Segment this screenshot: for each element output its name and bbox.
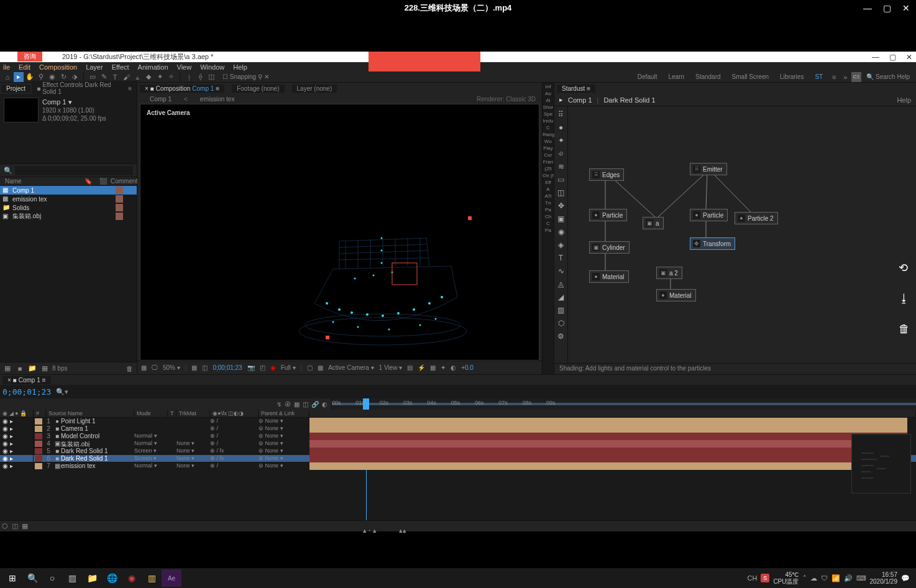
layer-trkmat[interactable]: None ▾ (176, 462, 210, 469)
layer-bar[interactable] (309, 455, 907, 462)
layer-mode[interactable]: Normal ▾ (134, 433, 168, 439)
ae-red-tab[interactable]: 咨询 (17, 52, 42, 62)
volume-tool-icon[interactable]: ▥ (556, 305, 567, 316)
collapsed-panel-rang[interactable]: Rang (543, 132, 554, 137)
notes-button[interactable]: ▥ (142, 569, 162, 587)
layer-bar[interactable] (309, 448, 907, 455)
video-minimize-icon[interactable]: — (863, 3, 872, 13)
light-tool-icon[interactable]: ◈ (556, 239, 567, 250)
stardust-comp[interactable]: Comp 1 (568, 96, 592, 104)
footage-tab[interactable]: Footage (none) (232, 85, 284, 93)
group-tool-icon[interactable]: ▭ (556, 174, 567, 185)
layer-visibility[interactable]: ◉ ▸ (0, 455, 34, 462)
collapsed-panel-eff[interactable]: Eff (543, 180, 554, 185)
layer-bar[interactable] (309, 418, 907, 425)
timeline-search-icon[interactable]: 🔍▾ (56, 388, 68, 396)
layer-bar[interactable] (309, 462, 907, 470)
timeline-layer[interactable]: ◉ ▸2■Camera 1⊕ /⊚ None ▾ (0, 425, 916, 433)
collapsed-panel-c[interactable]: C (543, 221, 554, 226)
layer-trkmat[interactable] (176, 425, 210, 432)
workspace-st[interactable]: ST (810, 73, 828, 80)
text-tool-icon[interactable]: T (556, 252, 567, 264)
video-maximize-icon[interactable]: ▢ (883, 3, 891, 13)
node-material2[interactable]: ●Material (656, 289, 696, 301)
model-tool-icon[interactable]: ▣ (556, 213, 567, 224)
menu-edit[interactable]: Edit (16, 63, 33, 71)
selection-tool-icon[interactable]: ▸ (14, 72, 24, 82)
ae-close-icon[interactable]: ✕ (906, 53, 912, 62)
bpc-button[interactable]: ▦ (2, 364, 12, 374)
collapsed-panel-play[interactable]: Play (543, 145, 554, 151)
timeline-layer[interactable]: ◉ ▸6■Dark Red Solid 1Screen ▾None ▾⊕ / f… (0, 455, 916, 462)
renderer-select[interactable]: Classic 3D (506, 96, 536, 103)
workspace-learn[interactable]: Learn (663, 73, 689, 80)
emitter-tool-icon[interactable]: ⠿ (556, 109, 567, 120)
composition-tab[interactable]: × ■ Composition Comp 1 ≡ (140, 85, 224, 93)
ime-indicator[interactable]: CH (747, 574, 757, 582)
menu-effect[interactable]: Effect (109, 63, 132, 71)
node-a[interactable]: ▣a (643, 217, 664, 229)
settings-tool-icon[interactable]: ⚙ (556, 331, 567, 342)
turbulence-tool-icon[interactable]: ꩜ (556, 148, 567, 159)
collapsed-panel-c[interactable]: C (543, 125, 554, 131)
header-type2[interactable]: ⬛ (96, 178, 111, 185)
alpha-icon[interactable]: ▦ (191, 364, 197, 371)
tray-notifications-icon[interactable]: 💬 (901, 574, 910, 582)
layer-parent[interactable]: ⊚ None ▾ (259, 440, 309, 447)
timeline-tab[interactable]: × ■ Comp 1 ≡ (2, 376, 51, 384)
fast-preview-icon[interactable]: ⚡ (418, 364, 425, 371)
world-axis-icon[interactable]: ⟠ (195, 72, 205, 82)
tray-lang-icon[interactable]: ⌨ (856, 574, 866, 582)
layer-parent[interactable]: ⊚ None ▾ (259, 448, 309, 454)
layer-trkmat[interactable] (176, 433, 210, 439)
stardust-node-canvas[interactable]: ⠿Edges⠿Emitter●Particle▣a●Particle●Parti… (568, 106, 916, 363)
tray-volume-icon[interactable]: 🔊 (844, 574, 853, 582)
layer-visibility[interactable]: ◉ ▸ (0, 425, 34, 432)
pixel-icon[interactable]: ▤ (407, 364, 413, 371)
menu-window[interactable]: Window (198, 63, 227, 71)
layer-mode[interactable]: Normal ▾ (134, 462, 168, 469)
viewer-anchor-handle[interactable] (468, 216, 472, 220)
layer-trkmat[interactable] (176, 418, 210, 425)
zoom-dropdown[interactable]: 50% ▾ (163, 364, 180, 371)
view-axis-icon[interactable]: ◫ (206, 72, 216, 82)
layer-visibility[interactable]: ◉ ▸ (0, 433, 34, 439)
browser-button[interactable]: 🌐 (102, 569, 122, 587)
layer-color[interactable] (35, 426, 42, 432)
collapsed-panel-wo[interactable]: Wo (543, 139, 554, 144)
clone-tool-icon[interactable]: ◫ (556, 187, 567, 198)
home-icon[interactable]: ⌂ (2, 72, 12, 82)
tl-render-icon[interactable]: ◫ (10, 521, 20, 531)
layer-color[interactable] (35, 441, 42, 447)
replica-tool-icon[interactable]: ✦ (556, 135, 567, 146)
workspace-default[interactable]: Default (633, 73, 662, 80)
cc-box-icon[interactable]: CΞ (851, 72, 861, 82)
collapsed-panel-al[interactable]: Al (543, 98, 554, 103)
start-button[interactable]: ⊞ (2, 569, 22, 587)
viewer-display-icon[interactable]: 🖵 (152, 364, 158, 371)
channel-icon[interactable]: ◉ (270, 364, 276, 371)
cortana-button[interactable]: ○ (42, 569, 62, 587)
node-particle3[interactable]: ●Particle 2 (735, 212, 778, 224)
tl-tool-4[interactable]: ◫ (303, 401, 308, 408)
project-search-input[interactable] (15, 166, 133, 175)
interpret-icon[interactable]: ■ (15, 364, 25, 374)
node-material1[interactable]: ●Material (589, 270, 629, 283)
collapsed-panel-inclu[interactable]: Inclu (543, 118, 554, 124)
tray-up-icon[interactable]: ˄ (803, 574, 807, 582)
layer-trkmat[interactable]: None ▾ (176, 455, 210, 462)
node-a2[interactable]: ▣a 2 (656, 267, 682, 279)
render-tool-icon[interactable]: ⬡ (556, 318, 567, 329)
layer-switches[interactable]: ⊕ / fx (210, 455, 259, 462)
tray-cloud-icon[interactable]: ☁ (810, 574, 817, 582)
layer-mode[interactable]: Screen ▾ (134, 455, 168, 462)
header-type[interactable]: 🔖 (81, 178, 96, 185)
taskbar-temp[interactable]: 45℃CPU温度 (773, 571, 799, 585)
collapsed-panel-ati[interactable]: ATi (543, 193, 554, 199)
collapsed-panel-ch[interactable]: Ch (543, 214, 554, 219)
collapsed-panel-on (f[interactable]: On (f (543, 173, 554, 178)
layer-color[interactable] (35, 448, 42, 454)
layer-visibility[interactable]: ◉ ▸ (0, 440, 34, 447)
tray-shield-icon[interactable]: 🛡 (821, 574, 828, 582)
workspace-menu-icon[interactable]: ≡ (829, 72, 839, 82)
